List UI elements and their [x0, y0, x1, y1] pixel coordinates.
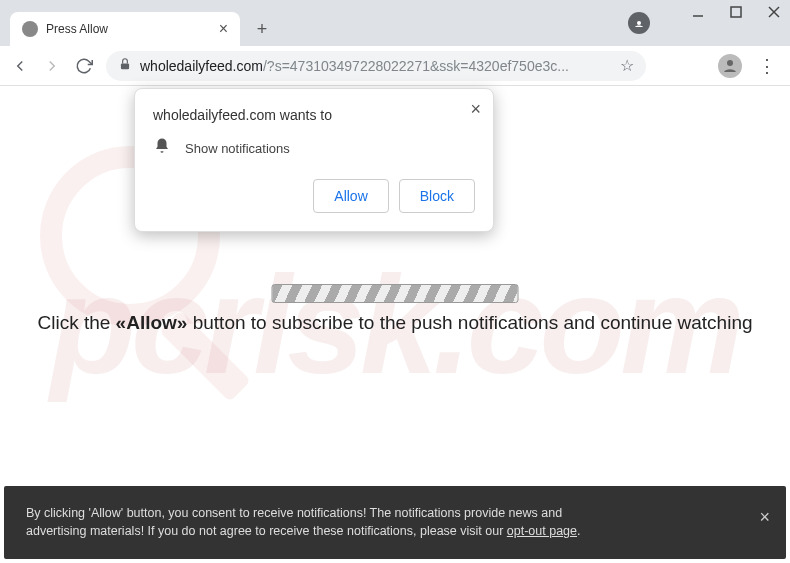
- consent-line2-post: .: [577, 524, 580, 538]
- window-close-icon[interactable]: [766, 4, 782, 20]
- progress-bar: [272, 284, 519, 303]
- bookmark-icon[interactable]: ☆: [620, 56, 634, 75]
- allow-button[interactable]: Allow: [313, 179, 388, 213]
- window-controls: [690, 4, 782, 20]
- consent-bar: × By clicking 'Allow' button, you consen…: [4, 486, 786, 560]
- browser-tab[interactable]: Press Allow ×: [10, 12, 240, 46]
- new-tab-button[interactable]: +: [248, 15, 276, 43]
- minimize-icon[interactable]: [690, 4, 706, 20]
- svg-rect-2: [731, 7, 741, 17]
- incognito-icon: [628, 12, 650, 34]
- browser-toolbar: wholedailyfeed.com/?s=473103497228022271…: [0, 46, 790, 86]
- consent-line2-pre: advertising materials! If you do not agr…: [26, 524, 507, 538]
- close-icon[interactable]: ×: [470, 99, 481, 120]
- bell-icon: [153, 137, 171, 159]
- svg-point-6: [727, 60, 733, 66]
- close-icon[interactable]: ×: [759, 504, 770, 531]
- menu-icon[interactable]: ⋮: [754, 55, 780, 77]
- reload-icon[interactable]: [74, 56, 94, 76]
- close-icon[interactable]: ×: [219, 20, 228, 38]
- permission-label: Show notifications: [185, 141, 290, 156]
- permission-row: Show notifications: [153, 137, 475, 159]
- opt-out-link[interactable]: opt-out page: [507, 524, 577, 538]
- permission-buttons: Allow Block: [153, 179, 475, 213]
- block-button[interactable]: Block: [399, 179, 475, 213]
- tab-title: Press Allow: [46, 22, 211, 36]
- page-message: Click the «Allow» button to subscribe to…: [0, 312, 790, 334]
- address-bar[interactable]: wholedailyfeed.com/?s=473103497228022271…: [106, 51, 646, 81]
- back-icon[interactable]: [10, 56, 30, 76]
- permission-title: wholedailyfeed.com wants to: [153, 107, 475, 123]
- forward-icon: [42, 56, 62, 76]
- consent-line1: By clicking 'Allow' button, you consent …: [26, 506, 562, 520]
- message-bold: «Allow»: [116, 312, 188, 333]
- page-content: pcrisk.com × wholedailyfeed.com wants to…: [0, 86, 790, 563]
- profile-icon[interactable]: [718, 54, 742, 78]
- url-path: /?s=473103497228022271&ssk=4320ef750e3c.…: [263, 58, 569, 74]
- lock-icon: [118, 57, 132, 75]
- svg-rect-5: [121, 63, 129, 69]
- message-pre: Click the: [37, 312, 115, 333]
- message-post: button to subscribe to the push notifica…: [187, 312, 752, 333]
- svg-point-0: [637, 21, 641, 25]
- permission-dialog: × wholedailyfeed.com wants to Show notif…: [134, 88, 494, 232]
- url-text: wholedailyfeed.com/?s=473103497228022271…: [140, 58, 569, 74]
- globe-icon: [22, 21, 38, 37]
- browser-titlebar: Press Allow × +: [0, 0, 790, 46]
- url-host: wholedailyfeed.com: [140, 58, 263, 74]
- maximize-icon[interactable]: [728, 4, 744, 20]
